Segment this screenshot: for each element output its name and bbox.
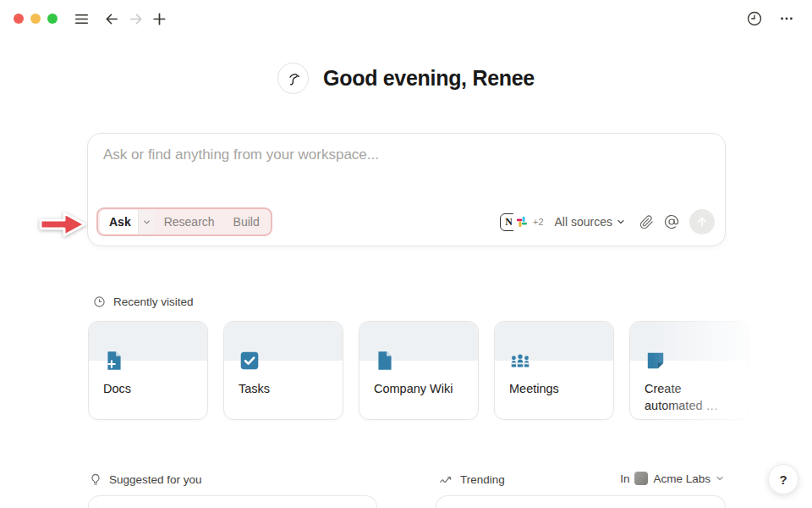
recently-visited-header: Recently visited [93, 295, 194, 308]
trending-header: Trending [439, 473, 505, 486]
source-icons: N +2 [500, 213, 544, 231]
paperclip-icon [639, 215, 654, 229]
suggested-title: Suggested for you [109, 473, 202, 486]
workspace-name: Acme Labs [653, 472, 710, 485]
scope-prefix: In [620, 472, 629, 485]
forward-button[interactable] [123, 7, 147, 30]
at-sign-icon [664, 214, 679, 229]
mode-ask-dropdown[interactable] [138, 210, 155, 234]
recent-card-docs[interactable]: Docs [88, 321, 208, 420]
help-button[interactable]: ? [768, 464, 798, 494]
chevron-down-icon [716, 474, 724, 483]
document-icon [374, 350, 396, 372]
more-options-button[interactable] [775, 7, 798, 30]
attach-file-button[interactable] [634, 209, 659, 235]
clock-icon [93, 295, 106, 308]
chevron-down-icon [143, 218, 151, 226]
suggested-header: Suggested for you [90, 473, 202, 486]
close-window-button[interactable] [14, 14, 24, 24]
ellipsis-icon [779, 11, 794, 26]
doc-add-icon [103, 350, 125, 372]
page-title: Good evening, Renee [323, 66, 535, 91]
window-controls [14, 14, 58, 24]
recent-card-company-wiki[interactable]: Company Wiki [359, 321, 479, 420]
sidebar-toggle-button[interactable] [69, 7, 93, 30]
mode-ask-button[interactable]: Ask [100, 215, 138, 229]
recent-card-tasks[interactable]: Tasks [223, 321, 343, 420]
slack-source-icon [513, 213, 531, 231]
suggested-card[interactable] [88, 495, 377, 508]
back-arrow-icon [104, 11, 120, 27]
sources-cluster: N +2 All sources [500, 209, 715, 235]
minimize-window-button[interactable] [30, 14, 41, 24]
recent-card-create-automated[interactable]: Create automated … [629, 321, 749, 420]
mode-research-button[interactable]: Research [155, 215, 224, 229]
history-button[interactable] [743, 7, 766, 30]
workspace-scope-dropdown[interactable]: In Acme Labs [620, 472, 724, 485]
chevron-down-icon [617, 218, 625, 226]
extra-sources-badge: +2 [533, 217, 544, 227]
people-meeting-icon [509, 350, 531, 372]
annotation-arrow-icon [37, 209, 88, 240]
task-check-icon [239, 350, 261, 372]
trending-card[interactable] [436, 495, 726, 508]
recent-card-meetings[interactable]: Meetings [494, 321, 614, 420]
send-button[interactable] [689, 209, 715, 235]
mode-ask-selected: Ask [100, 210, 155, 234]
recently-visited-title: Recently visited [113, 295, 194, 308]
titlebar [0, 0, 812, 37]
search-input[interactable] [103, 146, 695, 163]
recently-visited-cards: Docs Tasks Company Wiki Meetings Create … [88, 321, 749, 420]
mode-build-button[interactable]: Build [224, 215, 269, 229]
search-toolbar: Ask Research Build N +2 All sourc [96, 207, 715, 236]
new-tab-button[interactable] [147, 7, 171, 30]
greeting: Good evening, Renee [0, 63, 812, 94]
clock-history-icon [746, 10, 763, 27]
all-sources-dropdown[interactable]: All sources [555, 215, 625, 229]
back-button[interactable] [100, 7, 123, 30]
ai-face-icon [277, 63, 309, 94]
hamburger-icon [74, 11, 90, 27]
mention-button[interactable] [659, 209, 684, 235]
maximize-window-button[interactable] [47, 14, 58, 24]
trending-title: Trending [460, 473, 505, 486]
workspace-avatar [634, 472, 648, 485]
forward-arrow-icon [128, 11, 144, 27]
lightbulb-icon [90, 473, 102, 486]
search-card: Ask Research Build N +2 All sourc [87, 133, 726, 246]
arrow-up-icon [696, 216, 708, 228]
trending-up-icon [439, 474, 453, 486]
template-icon [645, 350, 667, 372]
mode-switcher-annotated: Ask Research Build [96, 207, 272, 236]
plus-icon [151, 11, 167, 27]
app-window: Good evening, Renee Ask Research Build N [0, 0, 812, 508]
